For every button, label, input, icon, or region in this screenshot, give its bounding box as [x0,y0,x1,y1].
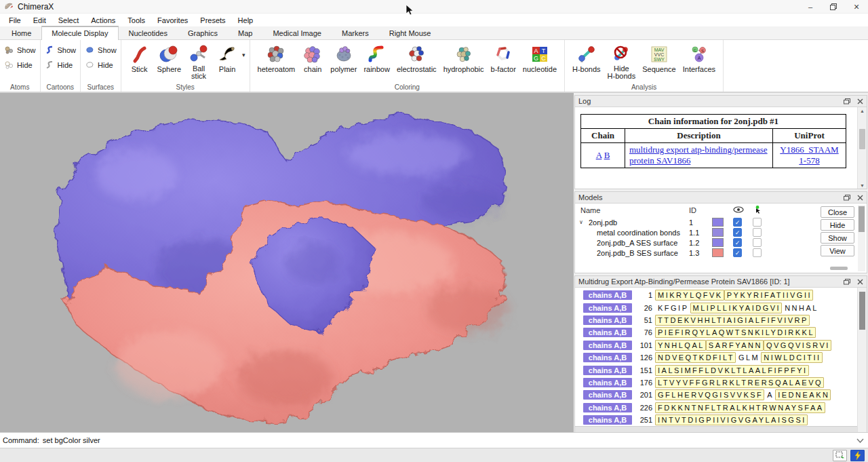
sequence-segment[interactable]: GLM [736,352,761,363]
sequence-segment[interactable]: PYKYRIFATIIVGII [724,290,813,301]
menu-item-edit[interactable]: Edit [27,15,52,26]
style-ballstick-button[interactable]: Ball stick [184,42,213,82]
sequence-row[interactable]: chains A,B76PIEFIRQYLAQWTSNKILYDIRKKL [575,326,857,339]
chains-label[interactable]: chains A,B [583,415,632,425]
sequence-segment[interactable]: MLIPLLIKYAIDGVI [690,303,783,313]
scroll-up-icon[interactable]: ▲ [858,107,867,115]
models-resize-grip[interactable] [830,267,848,270]
chains-label[interactable]: chains A,B [583,366,632,375]
chains-label[interactable]: chains A,B [583,341,632,350]
menu-item-help[interactable]: Help [232,15,260,26]
sequence-row[interactable]: chains A,B126NDVEQTKDFILTGLMNIWLDCITII [575,351,857,364]
sequence-hscrollbar[interactable] [575,426,857,433]
plain-dropdown-caret[interactable]: ▾ [242,52,245,58]
models-panel-titlebar[interactable]: Models [575,192,867,204]
selection-mode-button[interactable] [833,450,847,461]
color-polymer-button[interactable]: polymer [327,42,360,82]
model-color-swatch[interactable] [712,218,724,227]
chains-label[interactable]: chains A,B [583,353,632,362]
model-selected-checkbox[interactable] [753,238,762,247]
sequence-segment[interactable]: YNHLQAL [655,340,706,351]
atoms-show-button[interactable]: Show [4,45,36,55]
sequence-segment[interactable]: MIKRYLQFVK [655,290,724,301]
tab-right-mouse[interactable]: Right Mouse [379,26,441,39]
sequence-row[interactable]: chains A,B1MIKRYLQFVKPYKYRIFATIIVGII [575,289,857,301]
sequence-segment[interactable]: NDVEQTKDFILT [655,352,736,363]
close-panel-icon[interactable] [857,279,863,285]
tab-markers[interactable]: Markers [332,26,379,39]
sequence-row[interactable]: chains A,B101YNHLQALSARFYANNQVGQVISRVI [575,339,857,351]
sequence-row[interactable]: chains A,B201GFLHERVQGISVVKSFAIEDNEAKN [575,389,857,401]
view-model-button[interactable]: View [821,245,854,256]
tab-map[interactable]: Map [228,26,262,39]
menu-item-select[interactable]: Select [52,15,85,26]
color-rainbow-button[interactable]: rainbow [360,42,393,82]
restore-button[interactable] [822,0,845,13]
tab-home[interactable]: Home [1,26,41,39]
model-shown-checkbox[interactable]: ✓ [733,238,742,247]
float-panel-icon[interactable] [844,279,850,285]
chains-label[interactable]: chains A,B [583,315,632,325]
description-link[interactable]: multidrug export atp-binding/permease pr… [629,145,768,166]
tab-graphics[interactable]: Graphics [178,26,228,39]
model-color-swatch[interactable] [712,248,724,257]
sequence-row[interactable]: chains A,B251INTVTDIGPIIVIGVGAYLAISGSI [575,414,857,426]
chains-label[interactable]: chains A,B [583,390,632,400]
interfaces-button[interactable]: C S A Interfaces [679,42,719,82]
sequence-segment[interactable]: TTDEKVHHLTIAIGIALFIFVIVRP [655,315,810,326]
tab-molecule-display[interactable]: Molecule Display [41,26,118,40]
sequence-segment[interactable]: QVGQVISRVI [764,340,831,351]
atoms-hide-button[interactable]: Hide [4,60,36,70]
hide-model-button[interactable]: Hide [821,219,854,231]
chains-label[interactable]: chains A,B [583,290,632,300]
sequence-segment[interactable]: SARFYANN [706,340,764,351]
sequence-segment[interactable]: KFGIP [655,303,690,313]
expand-chevron-icon[interactable]: ∨ [579,219,586,225]
uniprot-range-link[interactable]: 1-578 [799,155,819,166]
model-selected-checkbox[interactable] [753,228,762,237]
model-shown-checkbox[interactable]: ✓ [733,218,742,227]
hide-hbonds-button[interactable]: Hide H-bonds [604,42,639,82]
sequence-segment[interactable]: FDKKNTNFLTRALKHTRWNAYSFAA [655,402,825,413]
scroll-down-icon[interactable]: ▼ [858,182,867,189]
model-color-swatch[interactable] [712,238,724,247]
show-model-button[interactable]: Show [821,232,854,244]
menu-item-file[interactable]: File [3,15,27,26]
color-chain-button[interactable]: chain [298,42,327,82]
model-shown-checkbox[interactable]: ✓ [733,228,742,237]
cartoons-hide-button[interactable]: Hide [45,60,77,70]
sequence-segment[interactable]: NNHAL [782,303,820,313]
cartoons-show-button[interactable]: Show [45,45,77,55]
sequence-segment[interactable]: NIWLDCITII [761,352,822,363]
chains-label[interactable]: chains A,B [583,303,632,313]
uniprot-entry-link[interactable]: Y1866_STAAM [780,145,838,155]
color-electrostatic-button[interactable]: electrostatic [393,42,440,82]
color-bfactor-button[interactable]: b-factor [488,42,519,82]
chains-label[interactable]: chains A,B [583,378,632,387]
close-model-button[interactable]: Close [821,206,854,218]
style-sphere-button[interactable]: Sphere [154,42,184,82]
sequence-segment[interactable]: LTVYVFFGRLRKLTRERSQALAEVQ [655,377,824,388]
model-shown-checkbox[interactable]: ✓ [733,248,742,257]
surfaces-hide-button[interactable]: Hide [85,60,117,70]
tab-nucleotides[interactable]: Nucleotides [119,26,178,39]
menu-item-tools[interactable]: Tools [121,15,151,26]
chain-b-link[interactable]: B [604,150,610,160]
log-panel-titlebar[interactable]: Log [575,96,867,107]
log-scrollbar[interactable]: ▲ ▼ [857,107,867,189]
command-history-chevron-icon[interactable] [856,438,864,443]
close-panel-icon[interactable] [857,98,863,104]
model-selected-checkbox[interactable] [753,218,762,227]
sequence-button[interactable]: MAV VVC SWY Sequence [639,42,679,82]
close-panel-icon[interactable] [857,195,863,201]
model-selected-checkbox[interactable] [753,248,762,257]
sequence-row[interactable]: chains A,B51TTDEKVHHLTIAIGIALFIFVIVRP [575,314,857,326]
minimize-button[interactable]: – [799,0,822,13]
color-nucleotide-button[interactable]: A T G C nucleotide [519,42,560,82]
menu-item-actions[interactable]: Actions [85,15,121,26]
style-stick-button[interactable]: Stick [125,42,154,82]
menu-item-favorites[interactable]: Favorites [151,15,194,26]
surfaces-show-button[interactable]: Show [85,45,117,55]
sequence-panel-titlebar[interactable]: Multidrug Export Atp-Binding/Permease Pr… [575,276,867,288]
sequence-segment[interactable]: GFLHERVQGISVVKSF [655,389,764,400]
